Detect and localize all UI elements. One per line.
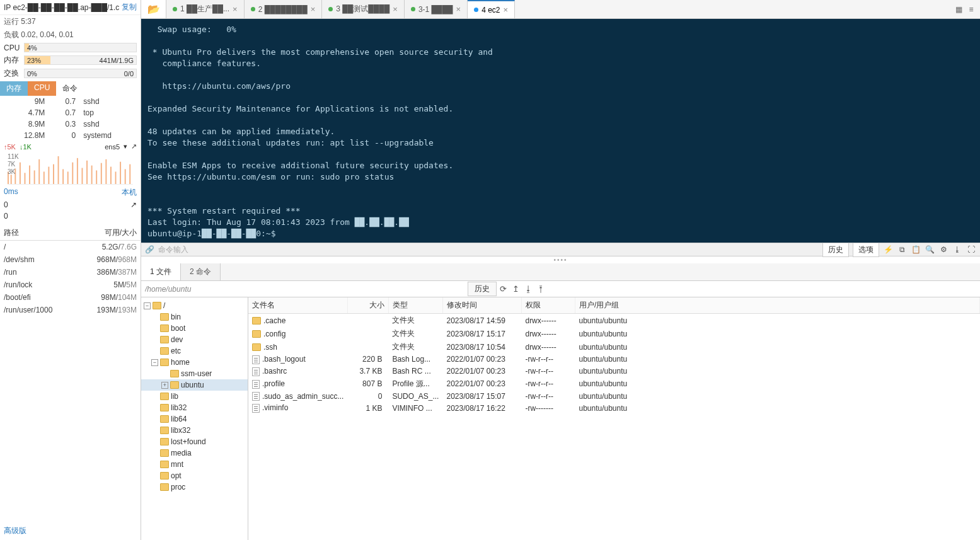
session-tab[interactable]: 3-1 ████× (405, 0, 468, 18)
proc-row[interactable]: 4.7M0.7top (0, 107, 141, 118)
svg-rect-23 (115, 171, 117, 184)
svg-rect-21 (105, 159, 107, 184)
terminal-toolbar: 🔗 命令输入 历史 选项 ⚡ ⧉ 📋 🔍 ⚙ ⭳ ⛶ (141, 243, 980, 256)
svg-rect-15 (77, 158, 78, 184)
bolt-icon[interactable]: ⚡ (883, 244, 893, 255)
tree-node[interactable]: proc (141, 481, 248, 493)
net-spark-chart: 11K7K3K (8, 153, 133, 185)
svg-rect-10 (53, 164, 54, 184)
tree-node[interactable]: dev (141, 334, 248, 345)
folder-tree[interactable]: −/ binbootdevetc−homessm-user+ubuntulibl… (141, 297, 248, 540)
tree-node[interactable]: lost+found (141, 436, 248, 447)
tree-root[interactable]: −/ (141, 300, 248, 311)
latency-ms: 0ms (4, 187, 18, 198)
tree-node[interactable]: etc (141, 345, 248, 357)
file-row[interactable]: .profile807 BProfile 源...2022/01/07 00:2… (248, 377, 980, 391)
latency-host[interactable]: 本机 (122, 187, 137, 198)
path-input[interactable] (141, 283, 466, 296)
paste-icon[interactable]: 📋 (911, 244, 921, 255)
grid-view-icon[interactable]: ▦ (954, 4, 964, 14)
tree-node[interactable]: media (141, 447, 248, 459)
path-history-button[interactable]: 历史 (468, 282, 497, 296)
svg-rect-17 (86, 161, 88, 184)
net-interface-select[interactable]: ens5 (105, 143, 120, 151)
attach-icon[interactable]: 🔗 (145, 245, 154, 254)
sidebar-tab-mem[interactable]: 内存 (0, 81, 28, 96)
disk-row[interactable]: /5.2G/7.6G (0, 241, 141, 254)
chevron-down-icon[interactable]: ▾ (124, 142, 127, 151)
disk-row[interactable]: /boot/efi98M/104M (0, 291, 141, 304)
tree-node[interactable]: lib (141, 391, 248, 402)
session-tab[interactable]: 2 ████████× (245, 0, 323, 18)
upload-file-icon[interactable]: ⭱ (534, 284, 547, 294)
tree-node[interactable]: bin (141, 311, 248, 323)
proc-row[interactable]: 9M0.7sshd (0, 96, 141, 107)
options-button[interactable]: 选项 (853, 243, 879, 257)
fullscreen-icon[interactable]: ⛶ (966, 244, 976, 255)
tree-node[interactable]: lib64 (141, 413, 248, 425)
sidebar-tab-cmd[interactable]: 命令 (56, 81, 84, 96)
command-input[interactable]: 命令输入 (158, 244, 819, 255)
session-tab[interactable]: 1 ██生产██...× (166, 0, 245, 18)
session-tab[interactable]: 3 ██测试████× (322, 0, 405, 18)
close-icon[interactable]: × (456, 4, 461, 14)
file-row[interactable]: .bash_logout220 BBash Log...2022/01/07 0… (248, 353, 980, 365)
download-file-icon[interactable]: ⭳ (522, 284, 534, 294)
refresh-icon[interactable]: ⟳ (497, 284, 509, 294)
history-button[interactable]: 历史 (822, 243, 849, 257)
copy-icon[interactable]: ⧉ (897, 244, 907, 255)
file-row[interactable]: .cache文件夹2023/08/17 14:59drwx------ubunt… (248, 314, 980, 328)
settings-icon[interactable]: ⚙ (938, 244, 948, 255)
file-row[interactable]: .viminfo1 KBVIMINFO ...2023/08/17 16:22-… (248, 402, 980, 414)
load-avg: 负载 0.02, 0.04, 0.01 (0, 28, 141, 42)
tree-node[interactable]: lib32 (141, 402, 248, 413)
close-icon[interactable]: × (393, 4, 398, 14)
tree-node[interactable]: ssm-user (141, 368, 248, 379)
search-icon[interactable]: 🔍 (925, 244, 935, 255)
tree-node[interactable]: libx32 (141, 425, 248, 436)
close-icon[interactable]: × (311, 4, 316, 14)
net-header: ↑5K ↓1K ens5 ▾ ↗ (0, 141, 141, 152)
disk-row[interactable]: /run/lock5M/5M (0, 279, 141, 291)
close-icon[interactable]: × (233, 4, 238, 14)
copy-ip-link[interactable]: 复制 (122, 2, 137, 13)
file-row[interactable]: .sudo_as_admin_succ...0SUDO_AS_...2023/0… (248, 391, 980, 403)
disk-row[interactable]: /run386M/387M (0, 266, 141, 279)
svg-rect-12 (62, 169, 64, 184)
close-icon[interactable]: × (504, 5, 509, 14)
advanced-link[interactable]: 高级版 (0, 522, 141, 540)
filetab-files[interactable]: 1 文件 (141, 263, 181, 280)
svg-rect-5 (29, 166, 30, 184)
svg-rect-9 (48, 167, 49, 184)
up-icon[interactable]: ↥ (509, 284, 522, 294)
menu-icon[interactable]: ≡ (966, 4, 976, 14)
popout-icon[interactable]: ↗ (130, 200, 137, 209)
svg-rect-22 (110, 167, 112, 184)
svg-rect-3 (20, 163, 21, 184)
disk-table: 路径可用/大小 /5.2G/7.6G/dev/shm968M/968M/run3… (0, 226, 141, 316)
tree-node[interactable]: boot (141, 323, 248, 334)
open-folder-icon[interactable]: 📂 (141, 0, 166, 18)
process-table: 9M0.7sshd4.7M0.7top8.9M0.3sshd12.8M0syst… (0, 96, 141, 141)
proc-row[interactable]: 8.9M0.3sshd (0, 118, 141, 130)
session-tab[interactable]: 4 ec2× (468, 0, 515, 18)
tree-node[interactable]: mnt (141, 459, 248, 470)
download-icon[interactable]: ⭳ (952, 244, 962, 255)
file-list[interactable]: 文件名 大小 类型 修改时间 权限 用户/用户组 .cache文件夹2023/0… (248, 297, 980, 540)
disk-row[interactable]: /run/user/1000193M/193M (0, 304, 141, 316)
file-row[interactable]: .bashrc3.7 KBBash RC ...2022/01/07 00:23… (248, 365, 980, 377)
disk-row[interactable]: /dev/shm968M/968M (0, 253, 141, 266)
filetab-cmd[interactable]: 2 命令 (181, 263, 221, 280)
file-row[interactable]: .ssh文件夹2023/08/17 10:54drwx------ubuntu/… (248, 340, 980, 353)
sidebar-tab-cpu[interactable]: CPU (28, 81, 56, 96)
uptime: 运行 5:37 (0, 15, 141, 28)
proc-row[interactable]: 12.8M0systemd (0, 130, 141, 141)
tree-node[interactable]: +ubuntu (141, 379, 248, 391)
file-row[interactable]: .config文件夹2023/08/17 15:17drwx------ubun… (248, 327, 980, 340)
svg-rect-18 (91, 166, 93, 184)
popout-icon[interactable]: ↗ (131, 142, 137, 151)
terminal[interactable]: Swap usage: 0% * Ubuntu Pro delivers the… (141, 19, 980, 243)
tree-node[interactable]: −home (141, 357, 248, 368)
host-ip: IP ec2-██-██-██-██.ap-███/1.co... (4, 3, 119, 12)
tree-node[interactable]: opt (141, 470, 248, 481)
